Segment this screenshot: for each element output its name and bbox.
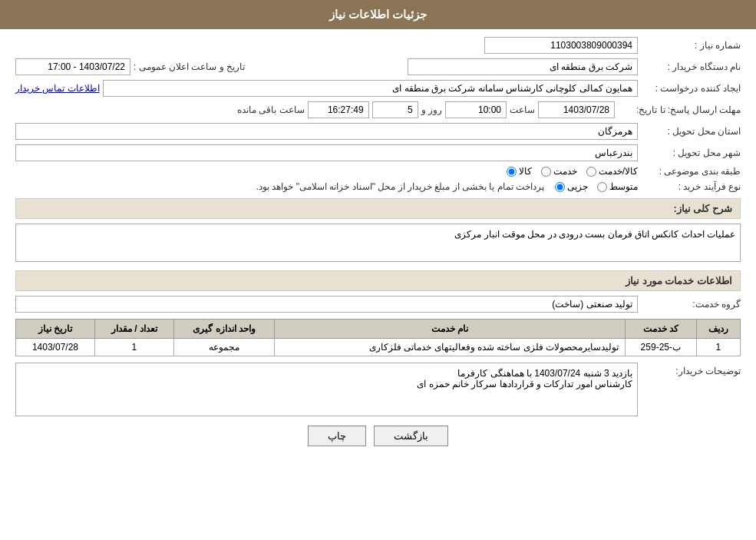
radio-khedmat[interactable]: خدمت [541,166,577,177]
mohlat-roz-label: روز و [421,104,442,115]
col-radif: ردیف [696,320,740,339]
cell-tedad: 1 [94,339,173,356]
cell-nam: تولیدسایرمحصولات فلزی ساخته شده وفعالیته… [275,339,626,356]
col-tarikh: تاریخ نیاز [16,320,95,339]
khadamat-title: اطلاعات خدمات مورد نیاز [15,270,741,291]
radio-jozvi-label: جزیی [567,181,588,192]
nam-dastgah-input[interactable] [408,58,638,75]
radio-kala-khedmat-label: کالا/خدمت [599,166,638,177]
page-title: جزئیات اطلاعات نیاز [0,0,756,29]
radio-motavasset[interactable]: متوسط [597,181,638,192]
ejad-input[interactable] [103,80,638,97]
toseeh-label: توضیحات خریدار: [641,363,741,376]
shahr-label: شهر محل تحویل : [641,147,741,158]
gorooh-label: گروه خدمت: [641,299,741,310]
radio-kala[interactable]: کالا [507,166,532,177]
nooe-radio-group: متوسط جزیی [555,181,638,192]
col-kod: کد خدمت [625,320,696,339]
cell-vahed: مجموعه [173,339,275,356]
nam-dastgah-label: نام دستگاه خریدار : [641,61,741,72]
sharh-textarea[interactable] [15,224,741,262]
sharh-title: شرح کلی نیاز: [15,198,741,219]
mohlat-roz-input[interactable] [372,101,418,118]
shomara-label: شماره نیاز : [641,40,741,51]
shahr-input[interactable] [15,144,638,161]
shomara-input[interactable] [484,37,638,54]
cell-kod: ب-25-259 [625,339,696,356]
cell-tarikh: 1403/07/28 [16,339,95,356]
mohlat-saat-input[interactable] [445,101,507,118]
mohlat-date-input[interactable] [538,101,615,118]
toseeh-textarea[interactable] [15,363,638,416]
tabagheh-label: طبقه بندی موضوعی : [641,166,741,177]
table-row: 1 ب-25-259 تولیدسایرمحصولات فلزی ساخته ش… [16,339,741,356]
radio-kala-khedmat[interactable]: کالا/خدمت [586,166,638,177]
mohlat-baqi-label: ساعت باقی مانده [237,104,305,115]
tabagheh-radio-group: کالا/خدمت خدمت کالا [507,166,638,177]
tarikh-label: تاریخ و ساعت اعلان عمومی : [134,61,245,72]
ejad-link[interactable]: اطلاعات تماس خریدار [15,83,100,94]
nooe-label: نوع فرآیند خرید : [641,181,741,192]
radio-khedmat-label: خدمت [553,166,577,177]
col-nam: نام خدمت [275,320,626,339]
cell-radif: 1 [696,339,740,356]
col-tedad: تعداد / مقدار [94,320,173,339]
ostan-label: استان محل تحویل : [641,126,741,137]
back-button[interactable]: بازگشت [374,426,448,446]
col-vahed: واحد اندازه گیری [173,320,275,339]
tarikh-input[interactable] [15,58,130,75]
radio-motavasset-label: متوسط [609,181,638,192]
radio-kala-label: کالا [519,166,532,177]
radio-jozvi[interactable]: جزیی [555,181,588,192]
buttons-row: بازگشت چاپ [15,426,741,446]
ejad-label: ایجاد کننده درخواست : [641,83,741,94]
ostan-input[interactable] [15,123,638,140]
print-button[interactable]: چاپ [308,426,366,446]
services-table: ردیف کد خدمت نام خدمت واحد اندازه گیری ت… [15,319,741,356]
mohlat-baqi-input[interactable] [308,101,369,118]
gorooh-input[interactable] [15,296,638,313]
mohlat-label: مهلت ارسال پاسخ: تا تاریخ: [618,104,741,115]
services-table-container: ردیف کد خدمت نام خدمت واحد اندازه گیری ت… [15,319,741,356]
mohlat-saat-label: ساعت [510,104,535,115]
nooe-note: پرداخت تمام یا بخشی از مبلغ خریدار از مح… [256,181,544,192]
